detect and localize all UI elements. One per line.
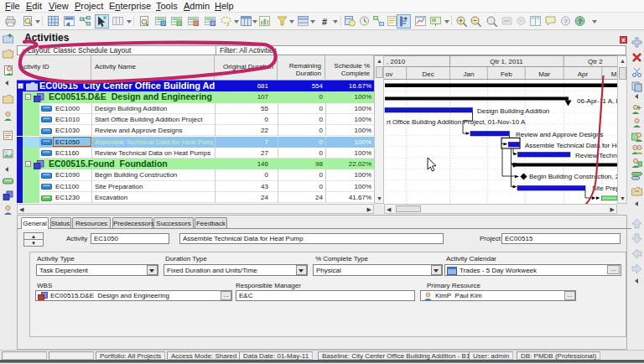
svg-text:Assemble Technical Data for He: Assemble Technical Data for Hea xyxy=(525,142,617,149)
svg-text:M: M xyxy=(611,70,617,78)
svg-text:Dec: Dec xyxy=(422,70,434,78)
svg-text:Qtr 1, 2011: Qtr 1, 2011 xyxy=(490,58,523,65)
svg-text:ov: ov xyxy=(386,70,392,78)
svg-text:?: ? xyxy=(564,18,568,25)
svg-text:rt Office Building Addition Pr: rt Office Building Addition Project, 01-… xyxy=(387,118,526,126)
svg-text:Review Techni: Review Techni xyxy=(575,152,617,159)
svg-text:Review and Approve Designs: Review and Approve Designs xyxy=(516,131,604,138)
svg-text:, 2010: , 2010 xyxy=(387,58,406,65)
svg-text:Feb: Feb xyxy=(501,70,512,78)
svg-text:06-Apr-11 A, E: 06-Apr-11 A, E xyxy=(577,97,617,105)
svg-text:Apr: Apr xyxy=(578,70,589,78)
svg-text:Jan: Jan xyxy=(463,70,474,78)
svg-text:Mar: Mar xyxy=(538,70,550,78)
svg-text:Design Building Addition: Design Building Addition xyxy=(477,107,549,115)
svg-text:?: ? xyxy=(579,18,583,25)
svg-text:Qtr 2: Qtr 2 xyxy=(588,58,603,65)
svg-text:Begin Building Construction, 2: Begin Building Construction, 28- xyxy=(529,173,617,180)
